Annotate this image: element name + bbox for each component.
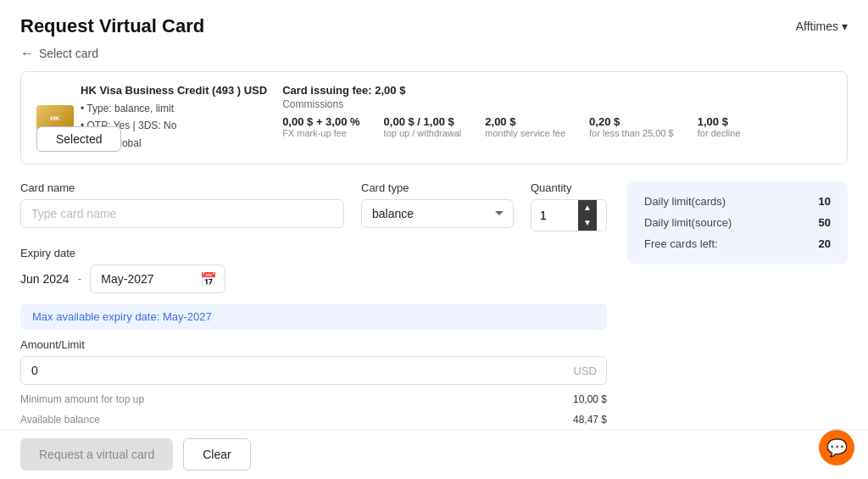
expiry-dash: - [78,272,82,286]
quantity-up-button[interactable]: ▲ [578,200,597,215]
quantity-label-text: Quantity [531,181,607,194]
fee-value-4: 1,00 $ [698,115,741,128]
card-fees: Card issuing fee: 2,00 $ Commissions 0,0… [282,84,832,138]
quantity-buttons: ▲ ▼ [578,200,597,231]
available-balance-value: 48,47 $ [573,414,607,426]
info-panel: Daily limit(cards) 10 Daily limit(source… [627,181,848,264]
available-balance-row: Available balance 48,47 $ [20,414,607,426]
fee-desc-0: FX mark-up fee [282,128,359,138]
row-card-name-type-qty: Card name Card type balance limit Quanti… [20,181,607,231]
footer: Request a virtual card Clear [0,429,868,479]
info-key-1: Daily limit(source) [644,216,732,229]
card-thumb-label: HK [50,114,60,122]
fee-desc-2: monthly service fee [485,128,565,138]
card-name-label-text: Card name [20,181,344,194]
quantity-stepper: ▲ ▼ [531,199,607,231]
fee-desc-4: for decline [698,128,741,138]
expiry-from: Jun 2024 [20,272,70,286]
back-arrow-icon: ← [20,46,34,61]
card-type-label-text: Card type [361,181,514,194]
amount-min-value: 10,00 $ [573,393,607,405]
page-title: Request Virtual Card [20,15,204,37]
clear-button[interactable]: Clear [183,438,250,471]
amount-label-text: Amount/Limit [20,338,607,351]
fee-value-1: 0,00 $ / 1,00 $ [384,115,462,128]
card-type-group: Card type balance limit [361,181,514,228]
fee-value-2: 2,00 $ [485,115,565,128]
amount-meta: Minimum amount for top up 10,00 $ [20,393,607,405]
info-val-0: 10 [819,195,831,208]
info-row-0: Daily limit(cards) 10 [644,195,831,208]
amount-min-label: Minimum amount for top up [20,393,144,405]
card-name-group: Card name [20,181,344,228]
amount-input[interactable] [20,356,607,385]
available-balance-label: Available balance [20,414,100,426]
breadcrumb[interactable]: ← Select card [0,46,868,71]
info-row-1: Daily limit(source) 50 [644,216,831,229]
quantity-down-button[interactable]: ▼ [578,215,597,231]
fee-columns: 0,00 $ + 3,00 % FX mark-up fee 0,00 $ / … [282,115,832,138]
card-name-label: HK Visa Business Credit (493 ) USD [81,84,267,97]
info-key-2: Free cards left: [644,237,718,250]
expiry-label-text: Expiry date [20,247,607,259]
info-val-2: 20 [819,237,831,250]
main-content: HK HK Visa Business Credit (493 ) USD • … [0,71,868,479]
info-val-1: 50 [819,216,831,229]
fee-value-3: 0,20 $ [589,115,674,128]
fee-item-1: 0,00 $ / 1,00 $ top up / withdrawal [384,115,462,138]
currency-label: USD [574,365,597,377]
header: Request Virtual Card Afftimes ▾ [0,0,868,46]
fee-desc-1: top up / withdrawal [384,128,462,138]
expiry-row: Jun 2024 - 📅 [20,265,607,293]
info-key-0: Daily limit(cards) [644,195,726,208]
breadcrumb-label: Select card [39,47,98,60]
chevron-down-icon: ▾ [842,19,848,33]
fee-item-3: 0,20 $ for less than 25,00 $ [589,115,674,138]
chat-icon: 💬 [826,437,848,458]
card-name-input[interactable] [20,199,344,228]
expiry-to-wrapper: 📅 [90,265,225,293]
expiry-hint: Max available expiry date: May-2027 [20,304,607,330]
card-prop-type: • Type: balance, limit [81,100,267,117]
selected-button[interactable]: Selected [36,126,121,152]
request-virtual-card-button[interactable]: Request a virtual card [20,438,173,471]
chat-bubble-button[interactable]: 💬 [819,430,854,465]
amount-group: Amount/Limit USD Minimum amount for top … [20,338,607,426]
commissions-label: Commissions [282,98,832,110]
amount-wrapper: USD [20,356,607,385]
fee-value-0: 0,00 $ + 3,00 % [282,115,359,128]
card-selection-box: HK HK Visa Business Credit (493 ) USD • … [20,71,848,164]
expiry-to-input[interactable] [90,265,225,293]
info-row-2: Free cards left: 20 [644,237,831,250]
quantity-input[interactable] [531,202,578,229]
username: Afftimes [796,19,838,33]
fee-item-4: 1,00 $ for decline [698,115,741,138]
issuing-fee-title: Card issuing fee: 2,00 $ [282,84,832,97]
card-type-select[interactable]: balance limit [361,199,514,228]
quantity-group: Quantity ▲ ▼ [531,181,607,231]
user-menu[interactable]: Afftimes ▾ [796,19,848,33]
fee-item-2: 2,00 $ monthly service fee [485,115,565,138]
card-left-column: HK HK Visa Business Credit (493 ) USD • … [36,84,267,152]
fee-item-0: 0,00 $ + 3,00 % FX mark-up fee [282,115,359,138]
expiry-group: Expiry date Jun 2024 - 📅 Max available e… [20,247,607,330]
fee-desc-3: for less than 25,00 $ [589,128,674,138]
